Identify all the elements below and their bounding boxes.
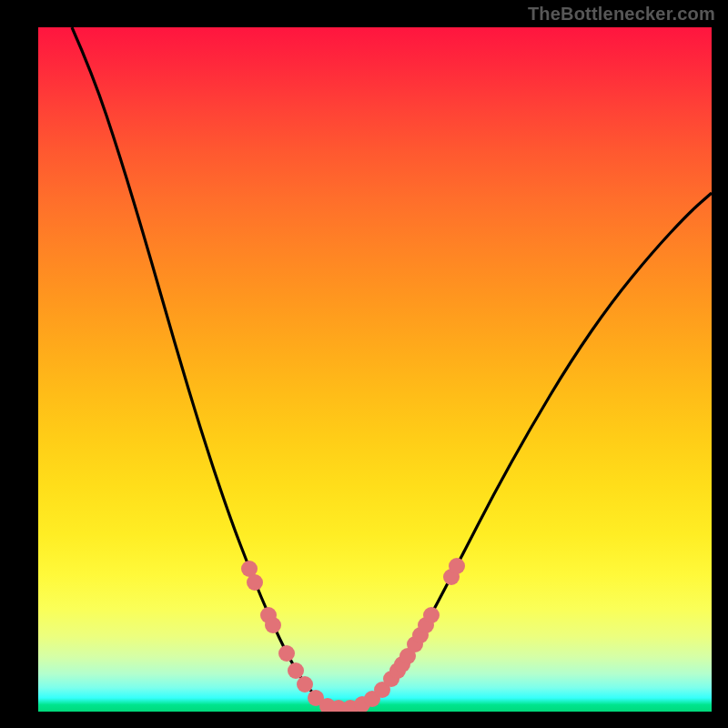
data-point — [278, 645, 295, 662]
highlight-points — [241, 558, 465, 712]
data-point — [449, 558, 465, 574]
data-point — [247, 574, 263, 591]
watermark-text: TheBottlenecker.com — [528, 4, 715, 25]
data-point — [297, 676, 313, 693]
chart-frame: TheBottlenecker.com — [0, 0, 728, 728]
data-point — [288, 662, 304, 679]
data-point — [265, 617, 281, 633]
curve-path — [72, 27, 712, 708]
bottleneck-curve — [38, 27, 712, 712]
data-point — [423, 607, 440, 623]
plot-area — [38, 27, 712, 712]
